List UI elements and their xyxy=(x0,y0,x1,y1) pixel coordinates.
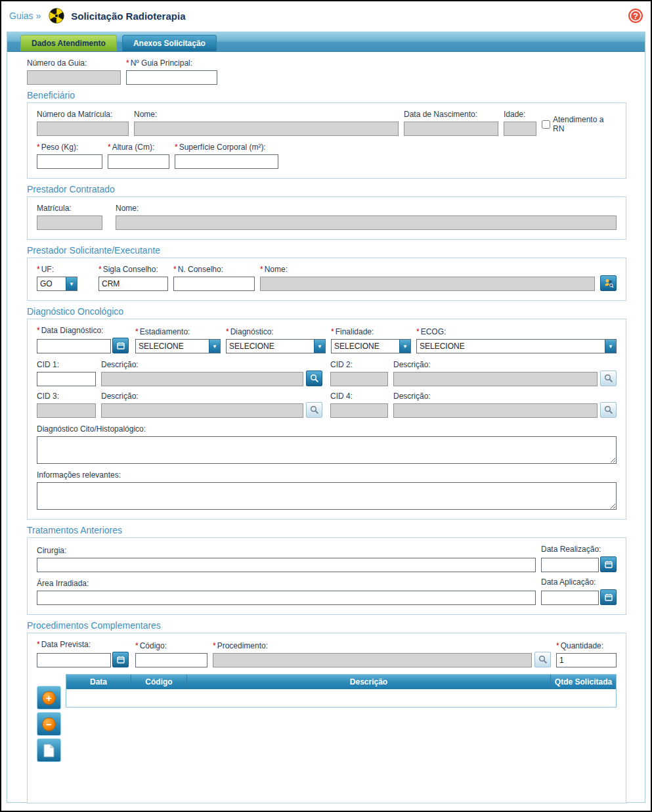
superficie-input[interactable] xyxy=(175,154,278,169)
section-title-beneficiario: Beneficiário xyxy=(27,90,626,101)
cid2-label: CID 2: xyxy=(330,360,388,369)
required-marker: * xyxy=(331,327,334,336)
descricao-cid2-label: Descrição: xyxy=(393,360,598,369)
cito-histopatologico-textarea[interactable] xyxy=(37,436,617,464)
matricula-beneficiario-label: Número da Matrícula: xyxy=(37,110,129,119)
cid1-search-button[interactable] xyxy=(306,371,322,386)
data-diagnostico-label: *Data Diagnóstico: xyxy=(37,326,130,335)
altura-label: *Altura (Cm): xyxy=(108,143,169,152)
cid1-label: CID 1: xyxy=(37,360,96,369)
help-icon[interactable]: ? xyxy=(628,9,643,23)
cid1-input[interactable] xyxy=(37,372,96,386)
data-diagnostico-input[interactable] xyxy=(37,339,111,353)
form-content: Número da Guia: *Nº Guia Principal: Bene… xyxy=(7,52,645,812)
tab-dados-atendimento[interactable]: Dados Atendimento xyxy=(20,35,117,51)
procedimento-input xyxy=(213,653,532,667)
cid3-search-button[interactable] xyxy=(306,402,322,418)
matricula-beneficiario-input xyxy=(37,122,129,136)
data-realizacao-input[interactable] xyxy=(541,558,599,572)
table-actions: + − xyxy=(37,674,61,762)
required-marker: * xyxy=(173,265,177,274)
nascimento-input xyxy=(404,122,498,136)
informacoes-relevantes-label: Informações relevantes: xyxy=(37,470,617,480)
remove-row-button[interactable]: − xyxy=(37,712,61,736)
section-title-prestador-solicitante: Prestador Solicitante/Executante xyxy=(27,245,626,256)
data-aplicacao-input[interactable] xyxy=(541,591,599,605)
estadiamento-label: *Estadiamento: xyxy=(135,327,221,336)
codigo-input[interactable] xyxy=(135,653,207,667)
procedimentos-box: *Data Prevista: *Código: *Proce xyxy=(27,633,626,803)
uf-label: *UF: xyxy=(37,265,77,274)
cid4-input xyxy=(330,403,388,418)
atendimento-rn-label: Atendimento a RN xyxy=(553,115,617,133)
sigla-conselho-input[interactable] xyxy=(98,277,168,291)
col-header-descricao: Descrição xyxy=(186,675,550,689)
chevron-down-icon: ▼ xyxy=(314,340,325,353)
ecog-select[interactable]: SELECIONE ▼ xyxy=(416,339,617,353)
required-marker: * xyxy=(98,265,102,274)
matricula-prestador-input xyxy=(37,215,102,230)
cid3-label: CID 3: xyxy=(37,392,96,401)
uf-select[interactable]: GO ▼ xyxy=(37,277,77,291)
data-realizacao-label: Data Realização: xyxy=(541,545,617,554)
nome-prestador-input xyxy=(116,215,617,230)
estadiamento-select[interactable]: SELECIONE ▼ xyxy=(135,339,221,353)
cid2-search-button[interactable] xyxy=(600,371,617,386)
procedimentos-table: Data Código Descrição Qtde Solicitada xyxy=(66,674,617,708)
cid4-label: CID 4: xyxy=(330,392,388,401)
nascimento-label: Data de Nascimento: xyxy=(404,110,498,119)
procedimento-search-button[interactable] xyxy=(534,652,551,667)
n-conselho-input[interactable] xyxy=(173,277,255,291)
add-row-button[interactable]: + xyxy=(37,686,61,710)
atendimento-rn-checkbox[interactable] xyxy=(542,120,550,129)
top-bar: Guias » Solicitação Radioterapia ? xyxy=(1,1,651,30)
data-prevista-input[interactable] xyxy=(37,653,111,667)
nome-solicitante-input xyxy=(260,277,595,291)
tab-bar: Dados Atendimento Anexos Solicitação xyxy=(7,32,645,52)
cirurgia-label: Cirurgia: xyxy=(37,546,536,555)
calendar-button[interactable] xyxy=(112,338,129,353)
nome-solicitante-label: *Nome: xyxy=(260,265,595,274)
diagnostico-select[interactable]: SELECIONE ▼ xyxy=(226,339,326,353)
numero-guia-input xyxy=(27,70,121,85)
peso-input[interactable] xyxy=(37,154,102,169)
altura-input[interactable] xyxy=(108,154,169,169)
col-header-qtde: Qtde Solicitada xyxy=(550,675,616,689)
chevron-down-icon: ▼ xyxy=(605,340,616,353)
calendar-button[interactable] xyxy=(112,652,129,667)
informacoes-relevantes-textarea[interactable] xyxy=(37,482,617,510)
descricao-cid3-input xyxy=(101,403,303,418)
idade-label: Idade: xyxy=(504,110,536,119)
cirurgia-input[interactable] xyxy=(37,558,536,572)
cid4-search-button[interactable] xyxy=(600,402,617,418)
section-title-procedimentos: Procedimentos Complementares xyxy=(27,620,626,631)
guia-row: Número da Guia: *Nº Guia Principal: xyxy=(27,58,626,85)
section-title-tratamentos: Tratamentos Anteriores xyxy=(27,525,626,535)
chevron-down-icon: ▼ xyxy=(209,340,220,353)
codigo-label: *Código: xyxy=(135,641,207,650)
calendar-button[interactable] xyxy=(600,589,617,605)
guia-principal-label: *Nº Guia Principal: xyxy=(126,58,217,68)
table-empty-row[interactable] xyxy=(66,689,616,707)
diagnostico-label: *Diagnóstico: xyxy=(226,327,326,336)
table-header-row: Data Código Descrição Qtde Solicitada xyxy=(66,675,616,689)
finalidade-select[interactable]: SELECIONE ▼ xyxy=(331,339,411,353)
chevron-down-icon: ▼ xyxy=(66,277,77,290)
superficie-label: *Superfície Corporal (m²): xyxy=(175,143,278,152)
tab-anexos-solicitacao[interactable]: Anexos Solicitação xyxy=(122,35,217,51)
area-irradiada-input[interactable] xyxy=(37,591,536,605)
required-marker: * xyxy=(416,327,420,336)
required-marker: * xyxy=(37,640,40,649)
person-search-icon xyxy=(603,278,614,288)
quantidade-input[interactable] xyxy=(556,653,617,667)
person-search-button[interactable] xyxy=(600,275,617,291)
calendar-icon xyxy=(605,593,613,601)
search-icon xyxy=(310,374,319,383)
peso-label: *Peso (Kg): xyxy=(37,143,102,152)
chevron-down-icon: ▼ xyxy=(399,340,410,353)
breadcrumb-guias[interactable]: Guias » xyxy=(9,11,41,21)
guia-principal-input[interactable] xyxy=(126,70,217,85)
clear-row-button[interactable] xyxy=(37,738,61,762)
calendar-button[interactable] xyxy=(600,556,617,572)
section-title-diagnostico: Diagnóstico Oncológico xyxy=(27,306,626,317)
